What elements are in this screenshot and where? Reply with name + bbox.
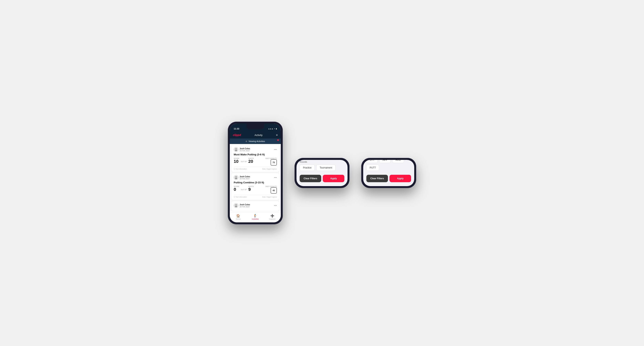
user-date-3: 28 Feb 2023 [240,206,250,208]
notch [246,124,264,129]
activity-feed: Josh Coles 28 Feb 2023 ••• Must Make Put… [230,145,281,211]
info-text-1: ⓘ Test Information [234,168,247,170]
filter-modal-2: Filter ✕ Show Rounds Practice Drills Rou… [296,160,348,186]
avatar-1 [234,147,238,152]
out-of-2: OUT OF [241,189,247,190]
filter-actions-3: Clear Filters Apply [366,175,411,182]
dots-menu-3[interactable]: ••• [274,204,277,207]
shots-group-2: Shots 9 [248,185,254,192]
card-2-footer: ⓘ Test Information Data: Clippd Capture [234,195,277,198]
sq-label-1: Shot Quality [265,158,277,159]
clear-filters-btn-3[interactable]: Clear Filters [366,175,388,182]
home-icon: 🏠 [236,214,240,218]
user-name-3: Josh Coles [240,203,250,206]
shots-value-1: 20 [248,159,254,164]
info-text-2: ⓘ Test Information [234,196,247,198]
out-of-1: OUT OF [241,161,247,163]
filter-overlay-3: Filter ✕ Show Rounds Practice Drills Pra… [363,160,414,186]
svg-point-4 [236,204,237,205]
menu-icon[interactable]: ≡ [276,133,278,137]
filter-modal-3: Filter ✕ Show Rounds Practice Drills Pra… [363,160,414,186]
info-icon-1: ⓘ [234,168,235,170]
svg-point-0 [236,148,237,150]
tab-activities[interactable]: 🏌 Activities [247,214,264,220]
score-group-1: Score 10 [234,158,239,164]
logo: clippd [233,133,241,137]
viewing-bar-text: Viewing Activities [248,140,265,143]
apply-btn-3[interactable]: Apply [390,175,411,182]
card-2-user: Josh Coles 28 Feb 2023 [234,175,250,180]
score-value-2: 0 [234,187,239,192]
data-source-2: Data: Clippd Capture [262,196,277,198]
card-1-user: Josh Coles 28 Feb 2023 [234,147,250,152]
tab-activities-label: Activities [252,218,259,220]
user-date-1: 28 Feb 2023 [240,150,250,152]
drills-buttons-3: OTT APP ARG PUTT [366,160,411,171]
tab-bar: 🏠 Home 🏌 Activities ➕ Capture [230,212,281,222]
notification-dot [277,139,279,141]
tab-capture[interactable]: ➕ Capture [264,214,281,220]
shots-group-1: Shots 20 [248,158,254,164]
card-1-footer: ⓘ Test Information Data: Clippd Capture [234,167,277,170]
avatar-3 [234,203,238,208]
svg-point-5 [235,206,237,207]
card-1-title: Must Make Putting (3-6 ft) [234,153,277,156]
user-info-3: Josh Coles 28 Feb 2023 [240,203,250,208]
rounds-section-label-2: Rounds [300,161,344,163]
dots-menu-2[interactable]: ••• [274,176,277,179]
nav-title: Activity [254,134,262,137]
sq-badge-1: 75 [270,159,277,166]
sq-label-2: Shot Quality [265,185,277,187]
card-2-title: Putting Combine (3-15 ft) [234,181,277,184]
card-1-stats: Score 10 OUT OF Shots 20 Shot Quality 75 [234,158,277,166]
phone-1: 11:33 ▲▲▲ ⌖ ▮ clippd Activity ≡ ⚙ Viewin… [228,122,283,224]
shots-value-2: 9 [248,187,254,192]
sq-badge-2: 45 [270,187,277,193]
user-info-2: Josh Coles 28 Feb 2023 [240,175,250,180]
filter-icon: ⚙ [246,140,247,143]
avatar-2 [234,175,238,180]
phone-3: 11:33 ▲▲▲ ⌖ ▮ clippd Activity ≡ ⚙ Viewin… [361,158,416,188]
svg-point-2 [236,176,237,177]
svg-point-3 [235,178,237,179]
svg-point-1 [235,150,237,151]
filter-overlay-2: Filter ✕ Show Rounds Practice Drills Rou… [296,160,348,186]
wifi-icon: ⌖ [274,128,275,130]
tab-home-label: Home [236,218,240,220]
capture-icon: ➕ [270,214,274,218]
sq-group-2: Shot Quality 45 [265,185,277,193]
nav-bar: clippd Activity ≡ [230,132,281,139]
filter-actions-2: Clear Filters Apply [300,175,344,182]
card-3-header: Josh Coles 28 Feb 2023 ••• [234,203,277,208]
activities-icon: 🏌 [253,214,257,218]
card-2-stats: Score 0 OUT OF Shots 9 Shot Quality 45 [234,185,277,193]
dots-menu-1[interactable]: ••• [274,148,277,151]
battery-icon: ▮ [276,128,277,130]
arg-btn-3[interactable]: ARG [392,160,404,163]
card-1-header: Josh Coles 28 Feb 2023 ••• [234,147,277,152]
phone-2: 11:33 ▲▲▲ ⌖ ▮ clippd Activity ≡ ⚙ Viewin… [294,158,350,188]
ott-btn-3[interactable]: OTT [366,160,378,163]
tab-capture-label: Capture [269,218,276,220]
user-date-2: 28 Feb 2023 [240,178,250,180]
apply-btn-2[interactable]: Apply [323,175,344,182]
putt-btn-3[interactable]: PUTT [366,165,379,171]
tournament-btn-2[interactable]: Tournament [316,165,335,171]
status-icons: ▲▲▲ ⌖ ▮ [268,128,277,130]
activity-card-3: Josh Coles 28 Feb 2023 ••• [231,201,279,211]
phone-1-screen: 11:33 ▲▲▲ ⌖ ▮ clippd Activity ≡ ⚙ Viewin… [230,124,281,222]
card-2-header: Josh Coles 28 Feb 2023 ••• [234,175,277,180]
clear-filters-btn-2[interactable]: Clear Filters [300,175,321,182]
sq-group-1: Shot Quality 75 [265,158,277,166]
card-3-user: Josh Coles 28 Feb 2023 [234,203,250,208]
user-info-1: Josh Coles 28 Feb 2023 [240,148,250,152]
phone-3-screen: 11:33 ▲▲▲ ⌖ ▮ clippd Activity ≡ ⚙ Viewin… [363,160,414,186]
tab-home[interactable]: 🏠 Home [230,214,247,220]
score-value-1: 10 [234,159,239,164]
data-source-1: Data: Clippd Capture [262,168,277,170]
scene: 11:33 ▲▲▲ ⌖ ▮ clippd Activity ≡ ⚙ Viewin… [220,110,424,236]
info-icon-2: ⓘ [234,196,235,198]
viewing-bar[interactable]: ⚙ Viewing Activities [230,139,281,144]
practice-round-btn-2[interactable]: Practice [300,165,315,171]
app-btn-3[interactable]: APP [379,160,391,163]
